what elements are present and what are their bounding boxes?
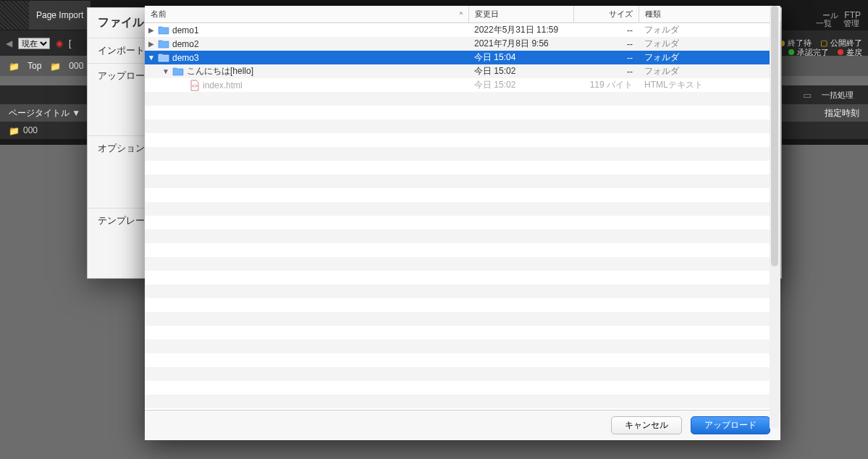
svg-text:<>: <> [192,83,198,88]
column-header-name[interactable]: 名前 ^ [145,6,469,22]
file-kind: フォルダ [639,65,780,77]
file-row[interactable]: ▼こんにちは[hello]今日 15:02--フォルダ [145,64,780,78]
file-dialog-header: 名前 ^ 変更日 サイズ 種類 [145,6,780,23]
column-header-date[interactable]: 変更日 [469,6,574,22]
file-kind: フォルダ [639,24,780,36]
file-size: -- [573,39,639,49]
column-header-kind[interactable]: 種類 [639,6,780,22]
file-date: 今日 15:02 [468,65,573,77]
folder-icon: 📁 [50,62,60,70]
list-link[interactable]: 一覧 [816,18,832,29]
file-row[interactable]: ▶demo12022年5月31日 11:59--フォルダ [145,23,780,37]
file-kind: フォルダ [639,38,780,50]
pagetitle-sort[interactable]: ページタイトル ▼ [9,107,80,119]
disclosure-right-icon[interactable]: ▶ [148,40,155,48]
folder-icon [172,67,184,76]
manage-link[interactable]: 管理 [843,18,859,29]
file-dialog-footer: キャンセル アップロード [145,410,780,440]
file-dialog: 名前 ^ 変更日 サイズ 種類 ▶demo12022年5月31日 11:59--… [145,6,780,440]
folder-icon [158,53,169,62]
file-date: 2021年7月8日 9:56 [468,38,573,50]
scheduled-label: 指定時刻 [825,107,859,119]
app-logo [0,1,29,30]
batch-button[interactable]: 一括処理 [816,88,859,102]
file-kind: フォルダ [639,51,780,64]
file-name: index.html [203,80,243,90]
file-name: demo3 [172,53,199,63]
file-name: こんにちは[hello] [187,65,253,77]
disclosure-right-icon[interactable]: ▶ [148,26,155,34]
file-size: -- [573,67,639,77]
upload-button[interactable]: アップロード [691,416,770,434]
time-select[interactable]: 現在 [18,38,50,49]
file-size: -- [573,53,639,63]
file-size: -- [573,25,639,35]
file-size: 119 バイト [573,79,639,91]
file-date: 今日 15:02 [468,79,573,91]
folder-icon: 📁 [9,126,19,135]
column-header-size[interactable]: サイズ [574,6,639,22]
file-icon: <> [190,80,200,91]
disclosure-down-icon[interactable]: ▼ [162,67,169,75]
cancel-button[interactable]: キャンセル [611,416,682,434]
folder-icon [158,39,169,49]
sort-ascending-icon: ^ [460,11,463,18]
batch-icon: ▭ [803,90,812,101]
row-000-label: 000 [23,125,38,135]
breadcrumb-top[interactable]: Top [28,61,41,71]
folder-icon: 📁 [9,62,19,70]
nav-back-icon[interactable]: ◀ [6,38,12,49]
file-row[interactable]: ▶demo22021年7月8日 9:56--フォルダ [145,37,780,51]
record-icon[interactable]: ◉ [56,38,63,49]
scrollbar[interactable] [770,6,780,429]
file-name: demo1 [172,25,199,35]
page-title-tab[interactable]: Page Import [29,1,90,30]
breadcrumb-code[interactable]: 000 [69,61,83,71]
folder-icon [158,25,169,35]
file-date: 2022年5月31日 11:59 [468,24,573,36]
file-list[interactable]: ▶demo12022年5月31日 11:59--フォルダ▶demo22021年7… [145,23,780,410]
file-name: demo2 [172,39,199,49]
file-date: 今日 15:04 [468,51,573,64]
scrollbar-thumb[interactable] [771,6,778,266]
disclosure-down-icon[interactable]: ▼ [148,54,155,62]
file-row[interactable]: ▼demo3今日 15:04--フォルダ [145,51,780,64]
file-row[interactable]: <>index.html今日 15:02119 バイトHTMLテキスト [145,78,780,92]
file-kind: HTMLテキスト [639,79,780,91]
